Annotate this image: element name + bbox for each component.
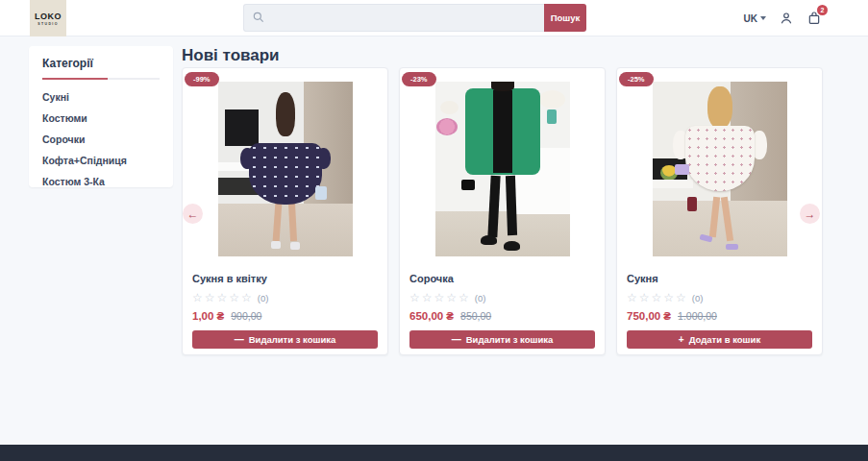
discount-badge: -99%	[185, 72, 219, 86]
figure-hair	[491, 82, 514, 91]
add-to-cart-button[interactable]: + Додати в кошик	[627, 330, 812, 349]
rating-count: (0)	[258, 293, 269, 303]
sidebar-item-shirts[interactable]: Сорочки	[42, 133, 160, 145]
figure-bag	[315, 186, 327, 200]
next-arrow-button[interactable]: →	[800, 204, 820, 224]
sidebar-item-sweater-skirt[interactable]: Кофта+Спідниця	[42, 155, 160, 166]
old-price: 1.000,00	[678, 310, 717, 322]
logo-subtext: STUDIO	[37, 22, 59, 26]
scene-floor	[435, 211, 570, 256]
product-image[interactable]	[435, 82, 570, 256]
star-icon: ☆	[459, 292, 469, 303]
product-card: -99% Сукня в квітку ☆ ☆ ☆ ☆	[182, 67, 388, 355]
cart-button[interactable]: 2	[806, 11, 822, 26]
current-price: 1,00 ₴	[192, 310, 224, 322]
scene-flowers	[436, 118, 458, 135]
prev-arrow-button[interactable]: ←	[183, 204, 203, 224]
search-input-box	[243, 4, 544, 32]
figure-dress	[249, 143, 322, 205]
user-icon	[779, 11, 794, 26]
arrow-right-icon: →	[805, 207, 816, 221]
star-icon: ☆	[446, 292, 457, 303]
price-row: 650,00 ₴ 850,00	[409, 310, 595, 322]
star-icon: ☆	[663, 292, 674, 303]
rating: ☆ ☆ ☆ ☆ ☆ (0)	[192, 292, 378, 303]
scene-vase	[547, 109, 557, 124]
account-button[interactable]	[779, 11, 794, 26]
card-body: Сукня в квітку ☆ ☆ ☆ ☆ ☆ (0) 1,00 ₴ 900,…	[183, 256, 387, 349]
scene-floor	[218, 204, 353, 256]
star-icon: ☆	[676, 292, 686, 303]
language-selector[interactable]: UK	[744, 13, 766, 24]
figure-hair	[276, 92, 295, 136]
figure-shoe	[481, 235, 497, 245]
price-row: 750,00 ₴ 1.000,00	[627, 310, 812, 322]
price-row: 1,00 ₴ 900,00	[192, 310, 378, 322]
product-title[interactable]: Сукня	[627, 273, 812, 284]
product-title[interactable]: Сорочка	[409, 273, 595, 284]
figure-shoe	[726, 244, 738, 250]
arrow-left-icon: ←	[187, 207, 199, 221]
star-icon: ☆	[409, 292, 420, 303]
discount-badge: -25%	[619, 72, 654, 86]
figure-hair	[707, 86, 732, 129]
product-title[interactable]: Сукня в квітку	[192, 273, 378, 284]
minus-icon: —	[452, 334, 461, 345]
old-price: 850,00	[460, 310, 491, 322]
scene-floor	[653, 201, 787, 256]
rating: ☆ ☆ ☆ ☆ ☆ (0)	[409, 292, 595, 303]
header-right: UK 2	[744, 0, 822, 36]
figure-bag	[675, 164, 689, 175]
rating: ☆ ☆ ☆ ☆ ☆ (0)	[627, 292, 812, 303]
rating-count: (0)	[692, 293, 704, 303]
page-title: Нові товари	[182, 46, 280, 65]
cart-count-badge: 2	[817, 5, 828, 15]
search-input[interactable]	[243, 4, 544, 32]
category-list: Сукні Костюми Сорочки Кофта+Спідниця Кос…	[42, 91, 160, 187]
figure-leg	[505, 176, 516, 235]
button-label: Видалити з кошика	[466, 334, 554, 345]
star-icon: ☆	[434, 292, 445, 303]
star-icon: ☆	[217, 292, 228, 303]
scene-ledge	[653, 180, 693, 188]
product-image[interactable]	[653, 82, 787, 256]
product-image[interactable]	[218, 82, 353, 256]
star-icon: ☆	[639, 292, 650, 303]
remove-from-cart-button[interactable]: — Видалити з кошика	[409, 330, 595, 349]
page: LOKO STUDIO Пошук UK 2	[0, 0, 868, 461]
logo-text: LOKO	[35, 12, 62, 21]
sidebar-item-suits[interactable]: Костюми	[42, 112, 160, 124]
figure-shoe	[290, 242, 300, 250]
plus-icon: +	[679, 334, 684, 345]
scene-flowers	[440, 101, 459, 114]
search-icon	[252, 11, 265, 28]
star-icon: ☆	[627, 292, 637, 303]
minus-icon: —	[235, 334, 244, 345]
figure-top	[493, 90, 512, 173]
product-card: -23% Сорочка ☆ ☆ ☆ ☆ ☆	[399, 67, 606, 355]
sidebar-item-suit-3pc[interactable]: Костюм 3-Ка	[42, 176, 160, 187]
scene-tv	[225, 109, 259, 146]
star-icon: ☆	[241, 292, 252, 303]
search-button[interactable]: Пошук	[544, 4, 586, 32]
figure-leg	[287, 202, 296, 240]
card-body: Сукня ☆ ☆ ☆ ☆ ☆ (0) 750,00 ₴ 1.000,00 + …	[617, 256, 822, 349]
rating-count: (0)	[475, 293, 486, 303]
figure-shoe	[271, 241, 281, 249]
star-icon: ☆	[205, 292, 215, 303]
logo[interactable]: LOKO STUDIO	[30, 0, 66, 36]
categories-panel: Категорії Сукні Костюми Сорочки Кофта+Сп…	[29, 46, 173, 187]
remove-from-cart-button[interactable]: — Видалити з кошика	[192, 330, 378, 349]
old-price: 900,00	[231, 310, 261, 322]
language-label: UK	[744, 13, 757, 24]
divider	[42, 78, 160, 80]
chevron-down-icon	[760, 16, 766, 20]
figure-accessory	[687, 197, 697, 211]
search-bar: Пошук	[243, 4, 586, 32]
figure-shoe	[504, 241, 520, 251]
figure-dress	[685, 126, 755, 191]
product-card: -25% Сукня ☆ ☆ ☆ ☆ ☆	[616, 67, 823, 355]
footer-bar	[0, 445, 868, 461]
sidebar-item-dresses[interactable]: Сукні	[42, 91, 160, 103]
discount-badge: -23%	[402, 72, 436, 86]
